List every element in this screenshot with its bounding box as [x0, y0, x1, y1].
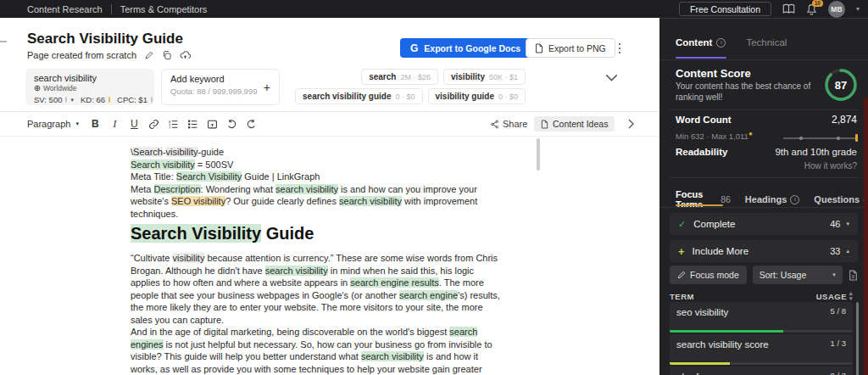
paragraph-caret-down-icon: ▾	[75, 120, 79, 127]
sv-ring-icon	[65, 97, 67, 103]
doc-line-slug: \Search-visibility-guide	[131, 146, 501, 159]
usage-column-header[interactable]: USAGE ▴▾	[816, 291, 853, 301]
tab-content[interactable]: Content i	[676, 37, 726, 48]
add-keyword-plus-icon[interactable]: +	[264, 81, 270, 94]
ordered-list-icon[interactable]	[164, 115, 183, 132]
top-navbar: Content Research Terms & Competitors Fre…	[0, 0, 868, 18]
share-button[interactable]: Share	[490, 119, 527, 129]
keyword-term: search visibility	[34, 73, 146, 83]
right-edge-strip	[864, 98, 868, 375]
export-google-docs-button[interactable]: G Export to Google Docs	[400, 38, 531, 58]
italic-button[interactable]: I	[105, 115, 125, 132]
term-row[interactable]: search visibility score 1 / 3	[670, 334, 853, 365]
tab-questions[interactable]: Questions 4	[814, 194, 868, 204]
export-terms-file-icon[interactable]	[849, 270, 858, 281]
keyword-chip[interactable]: visibility 50K · $1	[443, 69, 526, 85]
help-book-icon[interactable]	[782, 3, 795, 14]
bullet-list-icon[interactable]	[183, 115, 203, 132]
plus-icon: +	[678, 245, 685, 258]
panel-chevron-right-icon[interactable]	[627, 119, 635, 129]
page-title: Search Visibility Guide	[27, 31, 183, 48]
underline-button[interactable]: U	[125, 115, 144, 132]
file-icon	[535, 43, 543, 53]
terms-scrollbar-thumb[interactable]	[856, 302, 859, 375]
content-score-label: Content Score	[676, 67, 751, 80]
check-icon: ✓	[678, 219, 686, 230]
term-row[interactable]: seo visibility 5 / 8	[670, 302, 853, 333]
content-sidebar: Content i Technical Content Score Your c…	[659, 18, 868, 375]
content-ideas-button[interactable]: Content Ideas	[534, 116, 615, 132]
tab-headings[interactable]: Headings i	[745, 194, 800, 204]
focus-terms-list: seo visibility 5 / 8 search visibility s…	[670, 302, 853, 375]
document-editor[interactable]: \Search-visibility-guide Search visibili…	[131, 146, 501, 375]
notification-badge: 10	[812, 0, 823, 7]
add-keyword-card[interactable]: Add keyword Quota: 88 / 999,999,999 +	[161, 69, 280, 105]
editor-scrollbar-thumb[interactable]	[537, 138, 540, 171]
focus-mode-button[interactable]: Focus mode	[670, 266, 747, 284]
sv-caret-down-icon[interactable]: ▾	[70, 97, 74, 104]
doc-paragraph-2: And in the age of digital marketing, bei…	[131, 326, 501, 375]
doc-line-meta-description: Meta Description: Wondering what search …	[131, 183, 501, 221]
sort-usage-select[interactable]: Sort: Usage ▾	[753, 266, 843, 284]
content-score-value: 87	[823, 67, 859, 103]
share-icon	[490, 120, 499, 129]
info-icon[interactable]: i	[716, 38, 726, 48]
nav-separator	[111, 4, 112, 14]
editor-toolbar: Paragraph ▾ B I U	[0, 112, 659, 137]
active-tab-underline	[676, 57, 726, 59]
how-it-works-link[interactable]: How it works?	[804, 161, 857, 171]
export-png-button[interactable]: Export to PNG	[526, 38, 615, 58]
primary-keyword-card[interactable]: search visibility Worldwide SV: 500 ▾ KD…	[25, 69, 154, 105]
undo-icon[interactable]	[222, 115, 242, 132]
redo-icon[interactable]	[242, 115, 261, 132]
term-progress-bar	[670, 362, 730, 365]
bold-button[interactable]: B	[86, 115, 105, 132]
tab-technical[interactable]: Technical	[746, 37, 787, 48]
caret-up-icon: ▴	[846, 248, 849, 255]
main-panel: Search Visibility Guide Page created fro…	[0, 18, 659, 375]
readability-label: Readability	[676, 147, 727, 157]
word-count-slider[interactable]	[783, 134, 858, 142]
keyword-chip[interactable]: search visibility guide 0 · $0	[295, 88, 423, 104]
edit-pencil-icon[interactable]	[144, 50, 154, 60]
slider-handle[interactable]	[855, 134, 859, 142]
sv-metric: SV: 500	[34, 95, 62, 104]
account-caret-down-icon[interactable]: ▾	[856, 5, 860, 13]
doc-line-meta-title: Meta Title: Search Visibility Guide | Li…	[131, 171, 501, 183]
term-row[interactable]: ahrefs 0 / 3	[670, 367, 853, 375]
term-column-header[interactable]: TERM	[670, 292, 694, 301]
focus-pencil-icon	[677, 271, 686, 279]
page-subtitle: Page created from scratch	[27, 50, 136, 60]
embed-block-icon[interactable]	[203, 115, 222, 132]
nav-item-content-research[interactable]: Content Research	[27, 4, 103, 14]
sort-caret-down-icon: ▾	[832, 271, 836, 278]
copy-icon[interactable]	[162, 50, 172, 60]
cloud-upload-icon[interactable]	[180, 50, 191, 60]
keyword-chip[interactable]: search 2M · $26	[361, 69, 438, 85]
word-count-value: 2,874	[832, 114, 857, 126]
complete-accordion[interactable]: ✓ Complete 46▾	[670, 213, 858, 235]
collapse-chips-chevron-down-icon[interactable]	[605, 74, 618, 81]
notifications-bell-icon[interactable]: 10	[806, 3, 817, 15]
kd-metric: KD: 66	[81, 95, 105, 104]
doc-line-sv: Search visibility = 500SV	[131, 159, 501, 171]
caret-down-icon: ▾	[846, 221, 849, 227]
more-options-kebab-icon[interactable]	[615, 39, 625, 58]
panel-collapse-handle[interactable]	[0, 41, 7, 42]
doc-paragraph-1: “Cultivate visibility because attention …	[131, 252, 501, 326]
free-consultation-button[interactable]: Free Consultation	[679, 2, 771, 16]
info-icon[interactable]: i	[790, 195, 799, 204]
keyword-location: Worldwide	[43, 84, 77, 92]
doc-heading-1: Search Visibility Guide	[131, 223, 501, 244]
link-icon[interactable]	[144, 115, 164, 132]
keyword-chip[interactable]: visibility guide 0 · $0	[428, 88, 526, 104]
paragraph-style-select[interactable]: Paragraph ▾	[27, 119, 79, 129]
nav-item-terms-competitors[interactable]: Terms & Competitors	[120, 4, 208, 14]
content-score-description: Your content has the best chance of rank…	[676, 81, 811, 103]
readability-value: 9th and 10th grade	[775, 147, 857, 157]
avatar[interactable]: MB	[828, 1, 845, 18]
sort-arrows-icon: ▴▾	[849, 291, 853, 301]
include-more-accordion[interactable]: + Include More 33▴	[670, 240, 858, 262]
keyword-quota: Quota: 88 / 999,999,999	[170, 87, 270, 96]
google-g-icon: G	[410, 42, 418, 54]
